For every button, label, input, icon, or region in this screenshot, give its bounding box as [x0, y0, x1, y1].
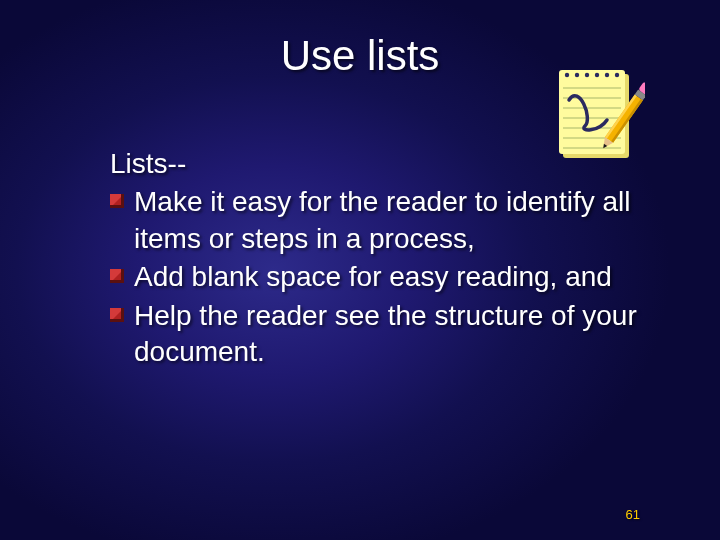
svg-point-6 [605, 73, 609, 77]
bullet-icon [110, 308, 124, 322]
page-number: 61 [626, 507, 640, 522]
svg-point-4 [585, 73, 589, 77]
svg-point-2 [565, 73, 569, 77]
svg-rect-29 [121, 269, 124, 283]
svg-rect-33 [121, 308, 124, 322]
intro-text: Lists-- [110, 146, 650, 182]
bullet-icon [110, 194, 124, 208]
list-item-text: Make it easy for the reader to identify … [134, 186, 630, 253]
svg-point-5 [595, 73, 599, 77]
list-item: Add blank space for easy reading, and [110, 259, 650, 295]
slide: Use lists [0, 0, 720, 540]
bullet-icon [110, 269, 124, 283]
list-item: Make it easy for the reader to identify … [110, 184, 650, 257]
list-item: Help the reader see the structure of you… [110, 298, 650, 371]
list-item-text: Add blank space for easy reading, and [134, 261, 612, 292]
list-item-text: Help the reader see the structure of you… [134, 300, 637, 367]
svg-rect-25 [121, 194, 124, 208]
svg-rect-1 [559, 70, 625, 154]
content-area: Lists-- Make it easy for the reader to i… [110, 146, 650, 372]
svg-point-7 [615, 73, 619, 77]
svg-point-3 [575, 73, 579, 77]
